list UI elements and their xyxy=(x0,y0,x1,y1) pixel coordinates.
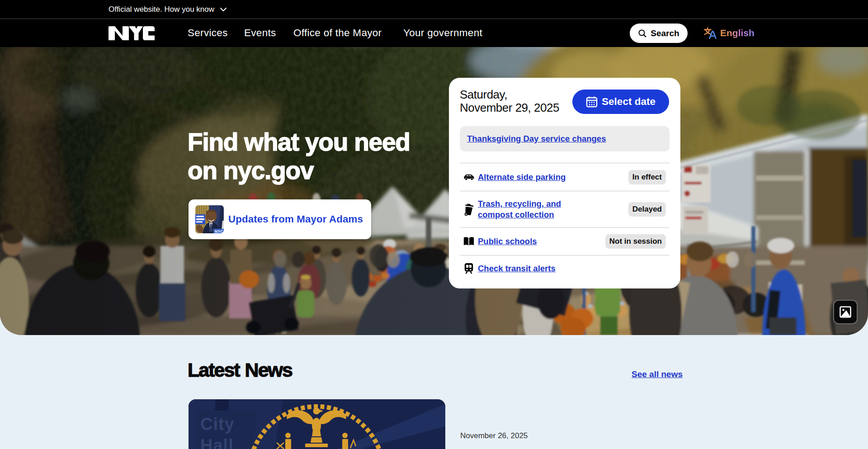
svg-text:City: City xyxy=(200,415,235,434)
svg-text:NYC: NYC xyxy=(215,229,224,234)
svg-text:Hall: Hall xyxy=(200,436,234,449)
